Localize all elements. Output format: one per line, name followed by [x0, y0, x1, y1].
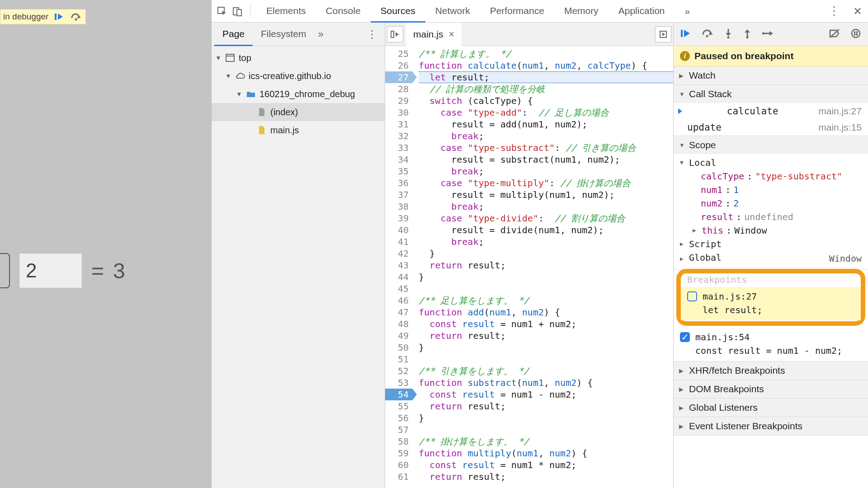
- code-lines[interactable]: /** 計算します。 */function calculate(num1, nu…: [412, 46, 673, 488]
- devtools-tab-application[interactable]: Application: [609, 0, 675, 22]
- callstack-frame[interactable]: updatemain.js:15: [674, 119, 868, 136]
- code-line[interactable]: break;: [419, 130, 673, 142]
- resume-icon[interactable]: [681, 29, 691, 40]
- gutter-line[interactable]: 30: [385, 107, 412, 118]
- gutter-line[interactable]: 48: [385, 318, 412, 330]
- scope-variable[interactable]: calcType: "type-substract": [693, 169, 868, 183]
- gutter-line[interactable]: 59: [385, 447, 412, 459]
- code-line[interactable]: function substract(num1, num2) {: [419, 377, 673, 389]
- gutter-line[interactable]: 44: [385, 271, 412, 283]
- section-dom-breakpoints[interactable]: ▶DOM Breakpoints: [674, 380, 868, 399]
- code-line[interactable]: [419, 283, 673, 295]
- gutter-line[interactable]: 54: [385, 389, 412, 400]
- code-line[interactable]: function add(num1, num2) {: [419, 306, 673, 318]
- code-line[interactable]: return result;: [419, 471, 673, 483]
- pause-on-exceptions-icon[interactable]: [851, 28, 861, 40]
- devtools-tab-more[interactable]: »: [675, 0, 700, 23]
- code-line[interactable]: function multiply(num1, num2) {: [419, 447, 673, 459]
- editor-tab[interactable]: main.js ×: [406, 23, 462, 46]
- tree-file-mainjs[interactable]: main.js: [212, 121, 385, 139]
- code-line[interactable]: case "type-multiply": // 掛け算の場合: [419, 177, 673, 189]
- code-line[interactable]: break;: [419, 236, 673, 248]
- callstack-frame[interactable]: calculatemain.js:27: [674, 103, 868, 119]
- code-line[interactable]: [419, 353, 673, 365]
- gutter-line[interactable]: 46: [385, 295, 412, 306]
- resume-icon[interactable]: [53, 11, 66, 23]
- gutter-line[interactable]: 25: [385, 48, 412, 60]
- code-line[interactable]: }: [419, 248, 673, 259]
- gutter-line[interactable]: 42: [385, 248, 412, 259]
- gutter-line[interactable]: 55: [385, 400, 412, 412]
- code-line[interactable]: result = multiply(num1, num2);: [419, 189, 673, 201]
- inspect-icon[interactable]: [214, 4, 230, 19]
- section-event-listener-breakpoints[interactable]: ▶Event Listener Breakpoints: [674, 417, 868, 436]
- devtools-tab-memory[interactable]: Memory: [554, 0, 609, 22]
- gutter-line[interactable]: 31: [385, 118, 412, 130]
- gutter-line[interactable]: 36: [385, 177, 412, 189]
- checkbox-icon[interactable]: ✓: [680, 332, 690, 342]
- code-line[interactable]: /** 計算します。 */: [419, 48, 673, 60]
- tree-top[interactable]: ▼ top: [212, 49, 385, 67]
- gutter-line[interactable]: 27: [385, 71, 412, 83]
- section-watch[interactable]: ▶Watch: [674, 66, 868, 85]
- section-header[interactable]: ▼Scope: [674, 136, 868, 154]
- gutter-line[interactable]: 35: [385, 165, 412, 177]
- navigator-kebab-icon[interactable]: ⋮: [367, 28, 382, 41]
- code-line[interactable]: const result = num1 - num2;: [419, 389, 673, 400]
- navigator-tab-more[interactable]: »: [318, 28, 323, 40]
- code-line[interactable]: case "type-substract": // 引き算の場合: [419, 142, 673, 154]
- breakpoint-item[interactable]: ✓main.js:54const result = num1 - num2;: [674, 328, 868, 361]
- step-out-icon[interactable]: [743, 28, 751, 40]
- devtools-tab-sources[interactable]: Sources: [371, 0, 425, 23]
- operand-input[interactable]: 2: [19, 253, 82, 288]
- gutter-line[interactable]: 53: [385, 377, 412, 389]
- code-line[interactable]: }: [419, 412, 673, 424]
- tree-origin[interactable]: ▼ ics-creative.github.io: [212, 67, 385, 85]
- gutter-line[interactable]: 33: [385, 142, 412, 154]
- code-line[interactable]: break;: [419, 165, 673, 177]
- code-line[interactable]: }: [419, 271, 673, 283]
- scope-variable[interactable]: ▶ this: Window: [693, 224, 868, 237]
- gutter-line[interactable]: 28: [385, 83, 412, 95]
- line-gutters[interactable]: 2526272829303132333435363738394041424344…: [385, 46, 412, 488]
- code-editor[interactable]: 2526272829303132333435363738394041424344…: [385, 46, 673, 488]
- code-line[interactable]: }: [419, 342, 673, 353]
- code-line[interactable]: let result;: [419, 71, 673, 83]
- gutter-line[interactable]: 37: [385, 189, 412, 201]
- devtools-tab-elements[interactable]: Elements: [256, 0, 316, 22]
- code-line[interactable]: [419, 424, 673, 436]
- code-line[interactable]: result = substract(num1, num2);: [419, 154, 673, 165]
- scope-script-header[interactable]: ▶Script: [680, 237, 868, 251]
- close-icon[interactable]: ✕: [850, 4, 865, 19]
- gutter-line[interactable]: 26: [385, 60, 412, 71]
- devtools-tab-network[interactable]: Network: [425, 0, 480, 22]
- code-line[interactable]: result = add(num1, num2);: [419, 118, 673, 130]
- section-global-listeners[interactable]: ▶Global Listeners: [674, 399, 868, 417]
- code-line[interactable]: const result = num1 + num2;: [419, 318, 673, 330]
- gutter-line[interactable]: 47: [385, 306, 412, 318]
- step-icon[interactable]: [762, 29, 774, 40]
- scope-variable[interactable]: result: undefined: [693, 210, 868, 224]
- gutter-line[interactable]: 29: [385, 95, 412, 107]
- code-line[interactable]: function calculate(num1, num2, calcType)…: [419, 60, 673, 71]
- kebab-icon[interactable]: ⋮: [826, 4, 842, 19]
- code-line[interactable]: return result;: [419, 259, 673, 271]
- gutter-line[interactable]: 40: [385, 224, 412, 236]
- breakpoint-item[interactable]: main.js:27let result;: [681, 287, 861, 320]
- gutter-line[interactable]: 38: [385, 201, 412, 212]
- select-close-icon[interactable]: [0, 253, 10, 288]
- code-line[interactable]: return result;: [419, 400, 673, 412]
- scope-variable[interactable]: num1: 1: [693, 183, 868, 197]
- code-line[interactable]: result = divide(num1, num2);: [419, 224, 673, 236]
- gutter-line[interactable]: 45: [385, 283, 412, 295]
- navigator-tab-filesystem[interactable]: Filesystem: [253, 22, 314, 46]
- code-line[interactable]: /** 引き算をします。 */: [419, 365, 673, 377]
- section-xhr-breakpoints[interactable]: ▶XHR/fetch Breakpoints: [674, 361, 868, 380]
- code-line[interactable]: break;: [419, 201, 673, 212]
- gutter-line[interactable]: 39: [385, 212, 412, 224]
- code-line[interactable]: const result = num1 * num2;: [419, 459, 673, 471]
- code-line[interactable]: case "type-divide": // 割り算の場合: [419, 212, 673, 224]
- code-line[interactable]: /** 掛け算をします。 */: [419, 436, 673, 447]
- coverage-play-icon[interactable]: [655, 26, 671, 42]
- gutter-line[interactable]: 49: [385, 330, 412, 342]
